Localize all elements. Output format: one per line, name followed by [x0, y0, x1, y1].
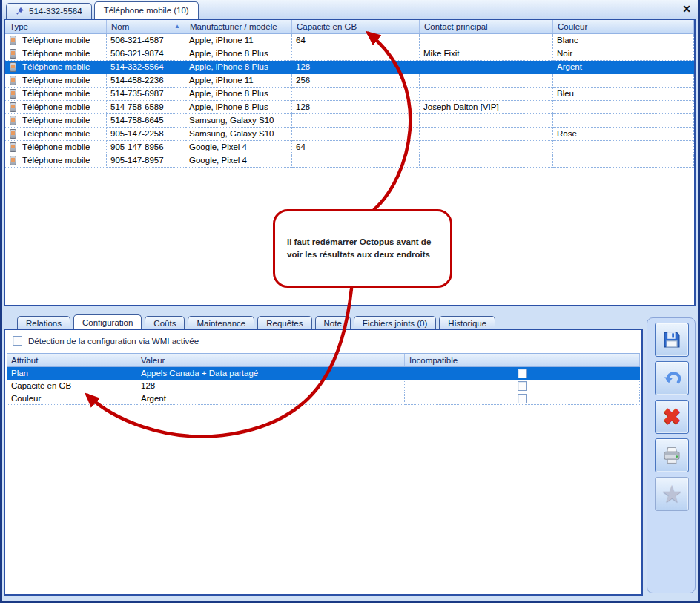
favorite-button[interactable]: ★: [655, 477, 689, 511]
cell-couleur: [553, 141, 694, 154]
cell-modele: Apple, iPhone 8 Plus: [185, 101, 292, 114]
incompatible-checkbox[interactable]: [518, 369, 527, 378]
incompatible-checkbox[interactable]: [518, 394, 527, 403]
column-header-label: Capacité en GB: [297, 20, 357, 33]
tab-fichiers-joints-0[interactable]: Fichiers joints (0): [354, 316, 437, 329]
cell-capacite: 256: [292, 74, 420, 88]
attribute-row-plan[interactable]: PlanAppels Canada + Data partagé: [7, 367, 640, 380]
mobile-phone-icon: [10, 129, 16, 139]
delete-button[interactable]: ✖: [655, 400, 689, 434]
floppy-disk-icon: [661, 329, 682, 350]
cell-couleur: Bleu: [553, 88, 694, 101]
cell-capacite: 64: [292, 141, 420, 154]
window-border-left: [0, 0, 2, 603]
device-row-514-758-6645[interactable]: Téléphone mobile514-758-6645Samsung, Gal…: [5, 114, 694, 128]
tab-historique[interactable]: Historique: [439, 316, 495, 329]
cell-capacite: [292, 88, 420, 101]
cell-nom: 905-147-8956: [107, 141, 185, 154]
cell-nom: 514-758-6645: [107, 114, 185, 128]
cell-nom: 506-321-9874: [107, 47, 185, 61]
device-row-905-147-2258[interactable]: Téléphone mobile905-147-2258Samsung, Gal…: [5, 128, 694, 141]
cell-type-label: Téléphone mobile: [22, 154, 90, 167]
cell-nom: 514-735-6987: [107, 88, 185, 101]
cell-contact: [420, 154, 553, 168]
device-row-506-321-9874[interactable]: Téléphone mobile506-321-9874Apple, iPhon…: [5, 47, 694, 61]
mobile-phone-icon: [10, 156, 16, 165]
column-header-type[interactable]: Type: [5, 20, 107, 33]
column-header-couleur[interactable]: Couleur: [553, 20, 694, 33]
device-row-514-332-5564[interactable]: Téléphone mobile514-332-5564Apple, iPhon…: [5, 61, 694, 74]
attr-column-header-valeur[interactable]: Valeur: [136, 354, 405, 366]
mobile-phone-icon: [10, 89, 16, 99]
cell-capacite: 128: [292, 61, 420, 74]
column-header-manufacturier-mod-le[interactable]: Manufacturier / modèle: [185, 20, 292, 33]
tab-configuration[interactable]: Configuration: [73, 314, 142, 329]
cell-contact: [420, 34, 553, 47]
attribute-row-couleur[interactable]: CouleurArgent: [7, 392, 640, 405]
tab-co-ts[interactable]: Coûts: [145, 316, 185, 329]
tab-note[interactable]: Note: [315, 316, 351, 329]
attribute-row-capacit-en-gb[interactable]: Capacité en GB128: [7, 380, 640, 392]
tab-maintenance[interactable]: Maintenance: [188, 316, 254, 329]
attr-column-header-incompatible[interactable]: Incompatible: [405, 354, 640, 366]
cell-modele: Apple, iPhone 8 Plus: [185, 47, 292, 61]
cell-type: Téléphone mobile: [5, 101, 107, 114]
cell-couleur: [553, 74, 694, 88]
cell-type-label: Téléphone mobile: [22, 101, 90, 113]
device-row-514-758-6589[interactable]: Téléphone mobile514-758-6589Apple, iPhon…: [5, 101, 694, 114]
column-header-contact-principal[interactable]: Contact principal: [420, 20, 553, 33]
cell-type-label: Téléphone mobile: [22, 61, 90, 73]
red-x-icon: ✖: [662, 406, 681, 428]
cell-modele: Samsung, Galaxy S10: [185, 128, 292, 141]
cell-type-label: Téléphone mobile: [22, 74, 90, 87]
cell-modele: Google, Pixel 4: [185, 154, 292, 168]
cell-type: Téléphone mobile: [5, 61, 107, 74]
star-icon: ★: [661, 482, 683, 506]
tab-requ-tes[interactable]: Requêtes: [257, 316, 311, 329]
cell-incompatible: [405, 392, 640, 405]
mobile-phone-icon: [10, 36, 16, 45]
cell-valeur: Argent: [136, 392, 405, 405]
tab-label: Téléphone mobile (10): [104, 6, 189, 15]
undo-button[interactable]: [655, 361, 689, 395]
mobile-phone-icon: [10, 49, 16, 59]
cell-type-label: Téléphone mobile: [22, 114, 90, 127]
column-header-capacit-en-gb[interactable]: Capacité en GB: [292, 20, 420, 33]
cell-capacite: [292, 128, 420, 141]
octopus-window: 514-332-5564 Téléphone mobile (10) ✕ Typ…: [0, 0, 700, 603]
incompatible-checkbox[interactable]: [518, 381, 527, 391]
mobile-phone-icon: [10, 116, 16, 125]
column-header-label: Type: [10, 20, 28, 33]
tab-telephone-mobile-list[interactable]: Téléphone mobile (10): [94, 1, 199, 19]
mobile-phone-icon: [10, 102, 16, 112]
device-row-514-458-2236[interactable]: Téléphone mobile514-458-2236Apple, iPhon…: [5, 74, 694, 88]
save-button[interactable]: [655, 323, 689, 357]
cell-nom: 514-758-6589: [107, 101, 185, 114]
cell-type: Téléphone mobile: [5, 34, 107, 47]
cell-couleur: Argent: [553, 61, 694, 74]
tab-relations[interactable]: Relations: [17, 316, 70, 329]
cell-capacite: 64: [292, 34, 420, 47]
device-row-905-147-8956[interactable]: Téléphone mobile905-147-8956Google, Pixe…: [5, 141, 694, 154]
wmi-detection-label: Détection de la configuration via WMI ac…: [28, 337, 199, 346]
attribute-table: AttributValeurIncompatible PlanAppels Ca…: [7, 353, 640, 405]
cell-contact: Mike Fixit: [420, 47, 553, 61]
print-button[interactable]: [655, 438, 689, 472]
tab-device-514-332-5564[interactable]: 514-332-5564: [6, 3, 92, 19]
wmi-detection-checkbox[interactable]: [13, 336, 22, 346]
mobile-phone-icon: [10, 76, 16, 85]
device-row-514-735-6987[interactable]: Téléphone mobile514-735-6987Apple, iPhon…: [5, 88, 694, 101]
configuration-panel: Détection de la configuration via WMI ac…: [4, 329, 643, 596]
cell-valeur: Appels Canada + Data partagé: [136, 367, 405, 380]
cell-type-label: Téléphone mobile: [22, 88, 90, 100]
printer-icon: [661, 445, 682, 466]
close-icon[interactable]: ✕: [682, 3, 691, 15]
mobile-phone-icon: [10, 62, 16, 72]
attr-column-header-attribut[interactable]: Attribut: [7, 354, 136, 366]
cell-contact: [420, 114, 553, 128]
cell-nom: 905-147-8957: [107, 154, 185, 168]
device-row-905-147-8957[interactable]: Téléphone mobile905-147-8957Google, Pixe…: [5, 154, 694, 168]
column-header-nom[interactable]: Nom▲: [107, 20, 185, 33]
cell-type-label: Téléphone mobile: [22, 47, 90, 60]
device-row-506-321-4587[interactable]: Téléphone mobile506-321-4587Apple, iPhon…: [5, 34, 694, 47]
